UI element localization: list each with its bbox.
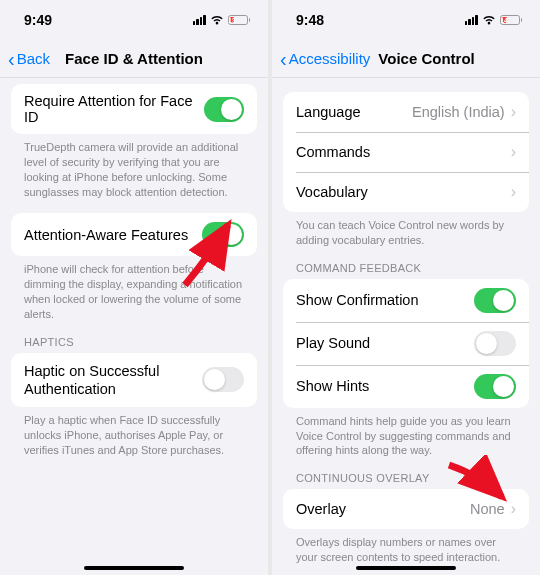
status-time: 9:49 (24, 12, 52, 28)
screen-face-id: 9:49 13 ‹ Back Face ID & Attention (0, 0, 268, 575)
haptic-auth-row[interactable]: Haptic on Successful Authentication (11, 353, 257, 407)
vocabulary-row[interactable]: Vocabulary › (283, 172, 529, 212)
section-header: CONTINUOUS OVERLAY (283, 472, 529, 489)
cell-label: Commands (296, 144, 370, 160)
cell-label: Haptic on Successful Authentication (24, 362, 194, 398)
language-row[interactable]: Language English (India)› (283, 92, 529, 132)
cell-label: Attention-Aware Features (24, 227, 188, 243)
show-confirmation-row[interactable]: Show Confirmation (283, 279, 529, 322)
require-attention-toggle[interactable] (204, 97, 244, 122)
cellular-icon (465, 15, 478, 25)
play-sound-toggle[interactable] (474, 331, 516, 356)
footer-text: iPhone will check for attention before d… (11, 256, 257, 321)
status-time: 9:48 (296, 12, 324, 28)
section-header: COMMAND FEEDBACK (283, 262, 529, 279)
page-title: Voice Control (378, 50, 474, 67)
back-button[interactable]: ‹ Accessibility (280, 49, 370, 69)
screen-voice-control: 9:48 14 ‹ Accessibility Voice Control (272, 0, 540, 575)
cell-label: Play Sound (296, 335, 370, 351)
chevron-right-icon: › (511, 143, 516, 161)
cell-label: Language (296, 104, 361, 120)
play-sound-row[interactable]: Play Sound (283, 322, 529, 365)
page-title: Face ID & Attention (65, 50, 203, 67)
nav-bar: ‹ Back Face ID & Attention (0, 40, 268, 78)
cellular-icon (193, 15, 206, 25)
footer-text: Overlays display numbers or names over y… (283, 529, 529, 565)
battery-level: 14 (502, 17, 507, 23)
content: Require Attention for Face ID TrueDepth … (0, 78, 268, 575)
wifi-icon (210, 15, 224, 26)
battery-icon: 13 (228, 15, 251, 25)
home-indicator (84, 566, 184, 570)
back-label: Accessibility (289, 50, 371, 67)
status-right: 14 (465, 15, 523, 26)
battery-level: 13 (230, 17, 235, 23)
cell-value: English (India) (412, 104, 505, 120)
cell-label: Require Attention for Face ID (24, 93, 204, 125)
content: Language English (India)› Commands › Voc… (272, 78, 540, 575)
section-header: HAPTICS (11, 336, 257, 353)
cell-label: Show Hints (296, 378, 369, 394)
overlay-row[interactable]: Overlay None› (283, 489, 529, 529)
status-right: 13 (193, 15, 251, 26)
footer-text: You can teach Voice Control new words by… (283, 212, 529, 248)
home-indicator (356, 566, 456, 570)
status-bar: 9:49 13 (0, 0, 268, 40)
cell-value: None (470, 501, 505, 517)
commands-row[interactable]: Commands › (283, 132, 529, 172)
nav-bar: ‹ Accessibility Voice Control (272, 40, 540, 78)
footer-text: TrueDepth camera will provide an additio… (11, 134, 257, 199)
chevron-right-icon: › (511, 183, 516, 201)
chevron-left-icon: ‹ (8, 49, 15, 69)
cell-label: Overlay (296, 501, 346, 517)
chevron-left-icon: ‹ (280, 49, 287, 69)
wifi-icon (482, 15, 496, 26)
status-bar: 9:48 14 (272, 0, 540, 40)
chevron-right-icon: › (511, 103, 516, 121)
show-hints-row[interactable]: Show Hints (283, 365, 529, 408)
chevron-right-icon: › (511, 500, 516, 518)
cell-label: Show Confirmation (296, 292, 419, 308)
show-hints-toggle[interactable] (474, 374, 516, 399)
back-label: Back (17, 50, 50, 67)
cell-label: Vocabulary (296, 184, 368, 200)
back-button[interactable]: ‹ Back (8, 49, 50, 69)
footer-text: Play a haptic when Face ID successfully … (11, 407, 257, 458)
show-confirmation-toggle[interactable] (474, 288, 516, 313)
require-attention-row[interactable]: Require Attention for Face ID (11, 84, 257, 134)
attention-aware-row[interactable]: Attention-Aware Features (11, 213, 257, 256)
footer-text: Command hints help guide you as you lear… (283, 408, 529, 459)
attention-aware-toggle[interactable] (202, 222, 244, 247)
battery-icon: 14 (500, 15, 523, 25)
haptic-auth-toggle[interactable] (202, 367, 244, 392)
